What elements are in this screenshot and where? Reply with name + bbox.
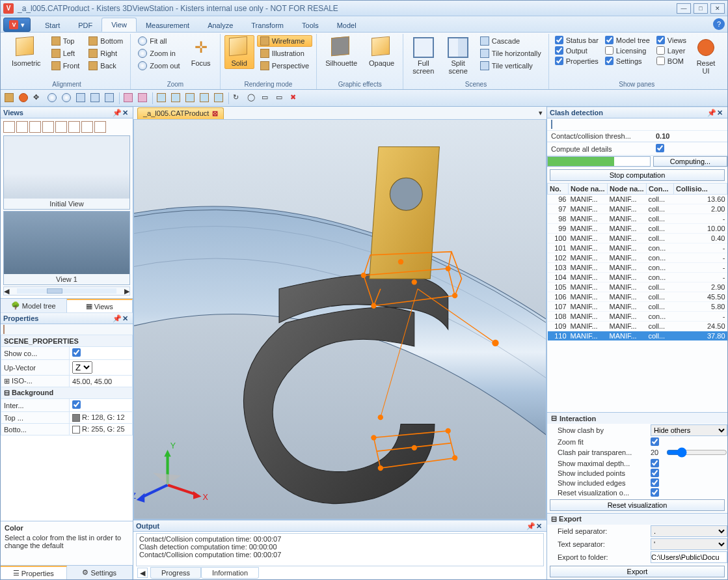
qat-zoom-icon[interactable] (62, 93, 72, 104)
properties-check[interactable]: Properties (553, 56, 600, 66)
clash-row[interactable]: 100MANIF...MANIF...coll...0.40 (548, 234, 727, 243)
showby-select[interactable]: Hide others (651, 424, 727, 436)
tab-settings-panel[interactable]: ⚙Settings (67, 566, 133, 579)
vt-1[interactable] (3, 121, 15, 133)
clash-row[interactable]: 108MANIF...MANIF...con...- (548, 312, 727, 322)
document-tab[interactable]: _a_l005.CATProduct⊠ (137, 107, 224, 119)
folder-input[interactable] (651, 551, 727, 563)
front-button[interactable]: Front (48, 60, 83, 72)
zoomout-button[interactable]: Zoom out (135, 60, 183, 72)
output-check[interactable]: Output (553, 46, 600, 55)
illustration-button[interactable]: Illustration (257, 48, 312, 59)
fitall-button[interactable]: Fit all (135, 35, 183, 47)
qat-loop-icon[interactable]: ↻ (233, 93, 243, 104)
output-close-icon[interactable]: ✕ (536, 522, 544, 530)
right-button[interactable]: Right (85, 48, 126, 59)
prop-upvector-select[interactable]: Z (72, 361, 92, 374)
qat-select3-icon[interactable] (105, 93, 115, 104)
qat-x-icon[interactable]: ✖ (290, 93, 301, 104)
tab-properties[interactable]: ☰Properties (1, 566, 67, 579)
views-close-icon[interactable]: ✕ (122, 109, 130, 117)
tab-transform[interactable]: Transform (242, 19, 293, 32)
vt-2[interactable] (16, 121, 28, 133)
fullscreen-button[interactable]: Full screen (407, 35, 439, 77)
wireframe-button[interactable]: Wireframe (257, 35, 312, 47)
qat-move-icon[interactable]: ✥ (33, 93, 44, 104)
props-close-icon[interactable]: ✕ (122, 314, 130, 322)
vt-5[interactable] (55, 121, 67, 133)
layer-check[interactable]: Layer (654, 46, 688, 55)
vt-3[interactable] (29, 121, 41, 133)
maximize-button[interactable]: □ (694, 3, 708, 14)
threshold-value[interactable]: 0.10 (656, 132, 669, 140)
props-tool-icon[interactable] (3, 325, 5, 334)
tab-model[interactable]: Model (328, 19, 366, 32)
tab-view[interactable]: View (101, 18, 137, 32)
qat-g3-icon[interactable] (185, 93, 196, 104)
tab-analyze[interactable]: Analyze (198, 19, 242, 32)
doc-close-icon[interactable]: ⊠ (212, 109, 218, 118)
clash-row[interactable]: 105MANIF...MANIF...coll...2.90 (548, 283, 727, 292)
vt-7[interactable] (81, 121, 93, 133)
stop-computation-button[interactable]: Stop computation (550, 169, 725, 181)
incpoints-check[interactable] (651, 469, 659, 477)
export-button[interactable]: Export (550, 566, 725, 577)
isometric-button[interactable]: Isometric (7, 35, 46, 69)
opaque-button[interactable]: Opaque (364, 35, 399, 69)
view-1[interactable]: View 1 (3, 211, 130, 285)
prop-showcoord-check[interactable] (72, 348, 81, 357)
tab-start[interactable]: Start (36, 19, 69, 32)
doc-dropdown-icon[interactable]: ▾ (539, 109, 543, 117)
minimize-button[interactable]: — (677, 3, 691, 14)
compute-check[interactable] (656, 144, 664, 152)
prop-top-value[interactable]: R: 128, G: 12 (70, 412, 133, 424)
qat-circle-icon[interactable]: ◯ (247, 93, 258, 104)
app-menu-button[interactable]: V ▾ (3, 18, 31, 32)
clash-row[interactable]: 103MANIF...MANIF...con...- (548, 263, 727, 273)
qat-text-icon[interactable]: ▭ (276, 93, 286, 104)
licensing-check[interactable]: Licensing (603, 46, 652, 55)
maxdepth-check[interactable] (651, 459, 659, 467)
output-tab-info[interactable]: Information (201, 567, 259, 579)
clash-row[interactable]: 110MANIF...MANIF...coll...37.80 (548, 331, 727, 341)
clash-row[interactable]: 106MANIF...MANIF...coll...45.50 (548, 292, 727, 302)
clash-row[interactable]: 97MANIF...MANIF...coll...2.00 (548, 204, 727, 214)
qat-select-icon[interactable] (76, 93, 87, 104)
output-tab-progress[interactable]: Progress (150, 567, 201, 579)
tab-modeltree[interactable]: 🌳Model tree (1, 299, 67, 312)
3d-viewport[interactable]: Y X Z (133, 120, 546, 519)
clash-close-icon[interactable]: ✕ (717, 109, 725, 117)
qat-g2-icon[interactable] (171, 93, 182, 104)
qat-refresh-icon[interactable] (19, 93, 29, 104)
col-collision[interactable]: Collisio... (674, 184, 727, 195)
vt-6[interactable] (68, 121, 80, 133)
tab-pdf[interactable]: PDF (69, 19, 101, 32)
bottom-button[interactable]: Bottom (85, 35, 126, 47)
clash-pin-icon[interactable]: 📌 (707, 109, 715, 117)
props-pin-icon[interactable]: 📌 (113, 314, 120, 322)
back-button[interactable]: Back (85, 60, 126, 72)
tab-views-panel[interactable]: ▦Views (67, 299, 133, 312)
clash-row[interactable]: 99MANIF...MANIF...coll...10.00 (548, 224, 727, 234)
col-node-b[interactable]: Node na... (608, 184, 647, 195)
incedges-check[interactable] (651, 478, 659, 487)
statusbar-check[interactable]: Status bar (553, 35, 600, 45)
view-initial[interactable]: Initial View (3, 135, 130, 210)
left-button[interactable]: Left (48, 48, 83, 59)
clash-row[interactable]: 109MANIF...MANIF...coll...24.50 (548, 322, 727, 331)
clash-row[interactable]: 98MANIF...MANIF...coll...- (548, 214, 727, 224)
tab-tools[interactable]: Tools (293, 19, 328, 32)
cascade-button[interactable]: Cascade (477, 35, 545, 47)
reset-visualization-button[interactable]: Reset visualization (550, 499, 725, 511)
modeltree-check[interactable]: Model tree (603, 35, 652, 45)
tab-measurement[interactable]: Measurement (137, 19, 198, 32)
qat-mode1-icon[interactable] (124, 93, 134, 104)
transp-slider[interactable] (666, 447, 727, 458)
col-no[interactable]: No. (548, 184, 569, 195)
clash-row[interactable]: 101MANIF...MANIF...con...- (548, 243, 727, 253)
tilev-button[interactable]: Tile vertically (477, 60, 545, 72)
resetvis-check[interactable] (651, 488, 659, 497)
resetui-button[interactable]: Reset UI (691, 35, 721, 77)
zoomin-button[interactable]: Zoom in (135, 48, 183, 59)
qat-rect-icon[interactable]: ▭ (262, 93, 272, 104)
